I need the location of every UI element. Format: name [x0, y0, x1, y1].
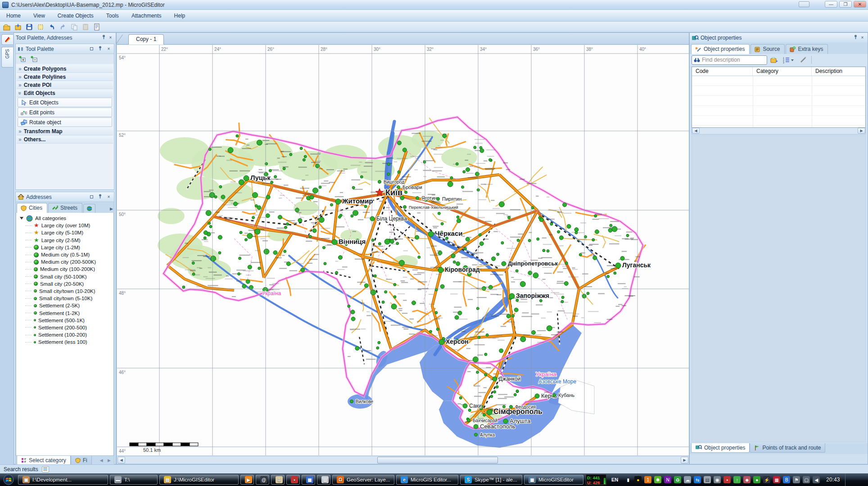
tray-network[interactable]: ▢: [803, 476, 810, 483]
op-pin-icon[interactable]: [852, 35, 859, 41]
scroll-left-arrow[interactable]: ◀: [118, 457, 125, 464]
map-canvas[interactable]: 22°24°26°28°30°32°34°36°38°40°54°52°50°4…: [117, 45, 689, 455]
sidebar-tab-tools[interactable]: [1, 34, 13, 45]
menu-attachments[interactable]: Attachments: [125, 11, 168, 21]
dock-close-icon[interactable]: ×: [107, 35, 114, 41]
tree-item-large-city-5-10m-[interactable]: ★Large city (5-10M): [19, 229, 113, 236]
pinned-media-player[interactable]: ▶: [240, 475, 254, 485]
paste-icon[interactable]: [81, 22, 90, 32]
tab-object-properties[interactable]: Object properties: [691, 44, 750, 54]
find-description-input[interactable]: Find description: [692, 55, 767, 65]
tree-item-medium-city-0-5-1m-[interactable]: Medium city (0.5-1M): [19, 251, 113, 258]
tab-extra-keys[interactable]: Extra keys: [786, 44, 828, 54]
panel-close-icon[interactable]: ×: [105, 46, 112, 52]
tool-rotate-object[interactable]: Rotate object: [18, 117, 112, 127]
scroll-right-arrow[interactable]: ▶: [681, 457, 688, 464]
menu-help[interactable]: Help: [168, 11, 192, 21]
addr-pin-icon[interactable]: [97, 194, 104, 200]
open-icon[interactable]: [2, 22, 12, 32]
taskbar-button-mgis[interactable]: ▦MicroGISEditor: [524, 475, 583, 485]
pinned-user-download[interactable]: ⇩: [271, 475, 285, 485]
select-icon[interactable]: [36, 22, 45, 32]
taskbar-button-firefox[interactable]: ᘯGeoServer: Laye...: [332, 475, 394, 485]
tray-tv-tuner[interactable]: ●: [634, 476, 642, 483]
tray-icq[interactable]: ✽: [654, 476, 661, 483]
taskbar-button-setup[interactable]: ▣I:\Development...: [18, 475, 108, 485]
taskbar-button-skype[interactable]: SSkype™ [1] - ale...: [460, 475, 522, 485]
sidebar-tab-gps[interactable]: GPS: [1, 47, 13, 68]
menu-home[interactable]: Home: [0, 11, 27, 21]
tree-item-large-city-2-5m-[interactable]: ★Large city (2-5M): [19, 237, 113, 244]
open-description-button[interactable]: [769, 55, 780, 65]
tree-item-large-city-over-10m-[interactable]: ★Large city (over 10M): [19, 222, 113, 229]
op-close-icon[interactable]: ×: [859, 35, 866, 41]
group-create-polylines[interactable]: »Create Polylines: [17, 73, 113, 81]
tray-sync[interactable]: ♻: [674, 476, 681, 483]
group-edit-objects[interactable]: »Edit Objects: [17, 89, 113, 97]
tree-item-settlement-500-1k-[interactable]: Settlement (500-1K): [19, 317, 113, 324]
show-desktop-button[interactable]: [845, 473, 850, 486]
dock-pin-icon[interactable]: [100, 35, 107, 41]
tray-action-center-flag[interactable]: ⚑: [793, 476, 800, 483]
addr-close-icon[interactable]: ×: [105, 194, 112, 200]
tab-find[interactable]: Fi: [71, 456, 92, 465]
scrollbar-thumb[interactable]: [377, 457, 498, 464]
copy-icon[interactable]: [69, 22, 79, 32]
tree-item-settlement-100-200-[interactable]: Settlement (100-200): [19, 331, 113, 338]
close-button[interactable]: ✕: [854, 1, 866, 8]
group-others-[interactable]: »Others...: [17, 135, 113, 144]
tree-item-settlement-2-5k-[interactable]: Settlement (2-5K): [19, 302, 113, 309]
tray-remote-users[interactable]: ☻: [743, 476, 750, 483]
table-scrollbar[interactable]: ◀ ▶: [692, 128, 866, 135]
addr-restore-icon[interactable]: [88, 194, 95, 200]
menu-view[interactable]: View: [27, 11, 51, 21]
taskbar-button-folder[interactable]: ▨J:\MicroGISEditor: [159, 475, 239, 485]
tree-item-settlement-less-100-[interactable]: Settlement (less 100): [19, 338, 113, 346]
tab-select-category[interactable]: Select category: [17, 456, 71, 465]
network-traffic-badge[interactable]: D: 441 U: 426: [586, 474, 606, 485]
tab-source[interactable]: Source: [750, 44, 785, 54]
tree-item-medium-city-100-200k-[interactable]: Medium city (100-200K): [19, 266, 113, 273]
table-scroll-left[interactable]: ◀: [692, 128, 700, 134]
table-scroll-right[interactable]: ▶: [858, 128, 865, 134]
undo-icon[interactable]: [47, 22, 57, 32]
import-icon[interactable]: [13, 22, 23, 32]
tool-edit-points[interactable]: Edit points: [18, 108, 112, 117]
tree-item-medium-city-200-500k-[interactable]: Medium city (200-500K): [19, 258, 113, 266]
menu-tools[interactable]: Tools: [100, 11, 125, 21]
panel-pin-icon[interactable]: [97, 46, 104, 52]
tray-update-notifier[interactable]: 1: [644, 476, 651, 483]
tray-keyboard-flag[interactable]: ▦: [773, 476, 780, 483]
tree-item-small-city-town-5-10k-[interactable]: Small city/town (5-10K): [19, 295, 113, 302]
tabs-scroll-right[interactable]: ▶: [110, 207, 113, 211]
tray-power-lightning[interactable]: ⚡: [763, 476, 770, 483]
input-switch-icon[interactable]: [799, 1, 809, 7]
wand-button[interactable]: [798, 55, 809, 65]
collapse-all-button[interactable]: [29, 54, 39, 63]
group-transform-map[interactable]: »Transform Map: [17, 127, 113, 135]
tray-usb-safely-remove[interactable]: ↑: [733, 476, 741, 483]
tray-app-indicator[interactable]: ▮: [624, 476, 632, 483]
tree-item-small-city-50-100k-[interactable]: Small city (50-100K): [19, 273, 113, 280]
tree-item-small-city-town-10-20k-[interactable]: Small city/town (10-20K): [19, 288, 113, 295]
map-horizontal-scrollbar[interactable]: ◀ ▶: [117, 456, 689, 464]
pinned-mail-at[interactable]: @: [256, 475, 269, 485]
tray-teamviewer[interactable]: ⇆: [694, 476, 701, 483]
tree-item-settlement-1-2k-[interactable]: Settlement (1-2K): [19, 309, 113, 316]
tab-cities[interactable]: Cities: [17, 203, 47, 213]
column-description[interactable]: Description: [812, 67, 865, 76]
report-icon[interactable]: [92, 22, 102, 32]
tree-item-all-categories[interactable]: All categories: [19, 215, 113, 222]
tray-backup-floppy[interactable]: ▪: [723, 476, 731, 483]
taskbar-clock[interactable]: 20:43: [823, 477, 844, 483]
pinned-backup[interactable]: ▪: [286, 475, 300, 485]
column-category[interactable]: Category: [753, 67, 812, 76]
pinned-commander[interactable]: ▦: [302, 475, 315, 485]
tab-streets[interactable]: Streets: [48, 203, 82, 213]
start-button[interactable]: [0, 474, 17, 486]
tray-bluetooth[interactable]: B: [783, 476, 790, 483]
pinned-notes[interactable]: ▤: [317, 475, 330, 485]
bottom-tab-track-points[interactable]: Points of track and route: [750, 443, 825, 453]
group-create-poi[interactable]: »Create POI: [17, 81, 113, 89]
bottom-tab-object-properties[interactable]: Object properties: [691, 443, 750, 453]
